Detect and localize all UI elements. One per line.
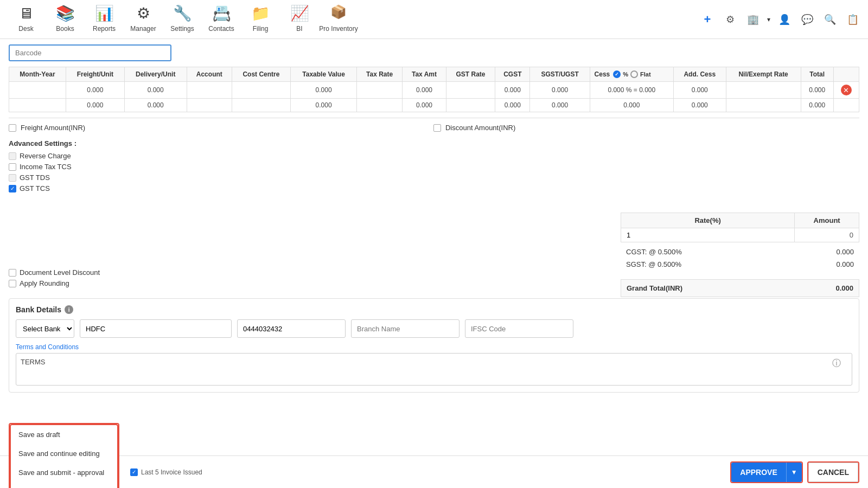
terms-label: Terms and Conditions [16,343,852,351]
col-freight: Freight/Unit [66,67,125,82]
rate-input[interactable] [627,231,789,239]
company-icon[interactable]: 🏢 [744,11,762,28]
col-cess: Cess % Flat [590,67,673,82]
col-nil-exempt: Nil/Exempt Rate [726,67,801,82]
grand-total-row: Grand Total(INR) 0.000 [621,279,859,297]
col-sgst: SGST/UGST [530,67,590,82]
save-continue-option[interactable]: Save and continue editing [11,444,117,463]
col-total: Total [801,67,833,82]
col-add-cess: Add. Cess [673,67,726,82]
cess-flat-radio[interactable] [630,70,638,78]
freight-checkbox[interactable] [9,124,16,132]
rate-table: Rate(%) Amount 0 [621,213,859,242]
col-tax-amt: Tax Amt [403,67,446,82]
cess-percent-radio[interactable] [613,70,621,78]
nav-contacts[interactable]: 📇 Contacts [202,0,241,39]
reverse-charge-row: Reverse Charge [9,152,859,160]
cancel-button[interactable]: CANCEL [808,463,858,482]
approve-button[interactable]: APPROVE [731,463,786,482]
freight-discount-row: Freight Amount(INR) Discount Amount(INR) [9,124,859,132]
save-submit-option[interactable]: Save and submit - approval [11,463,117,482]
bank-details-section: Bank Details i Select Bank Terms and Con… [9,298,859,393]
approve-wrapper: APPROVE ▼ [730,461,802,483]
clipboard-icon[interactable]: 📋 [844,11,861,28]
nav-right-actions: + ⚙ 🏢 ▾ 👤 💬 🔍 📋 [699,11,861,28]
bank-details-header: Bank Details i [16,305,852,314]
rate-section: Rate(%) Amount 0 CGST: @ 0.500% 0.000 SG… [621,213,859,297]
approve-arrow-button[interactable]: ▼ [786,463,802,482]
messages-icon[interactable]: 💬 [799,11,816,28]
nav-reports[interactable]: 📊 Reports [85,0,124,39]
nav-manager[interactable]: ⚙ Manager [124,0,163,39]
nav-pro-inventory[interactable]: 📦 Pro Inventory [319,0,358,39]
nav-desk[interactable]: 🖥 Desk [7,0,46,39]
table-row: 0.000 0.000 0.000 0.000 0.000 0.000 0.00… [9,99,859,112]
col-delivery: Delivery/Unit [124,67,187,82]
col-tax-rate: Tax Rate [356,67,402,82]
bank-info-icon[interactable]: i [65,305,73,314]
save-add-another-option[interactable]: Save and add another [11,482,117,489]
advanced-settings-label: Advanced Settings : [9,139,859,147]
nav-settings[interactable]: 🔧 Settings [163,0,202,39]
user-icon[interactable]: 👤 [776,11,793,28]
bank-name-input[interactable] [80,319,232,338]
discount-checkbox[interactable] [433,124,441,132]
search-icon[interactable]: 🔍 [821,11,839,28]
col-month-year: Month-Year [9,67,66,82]
rate-input-row: 0 [621,228,859,242]
gst-tds-checkbox [9,174,16,182]
save-as-draft-option[interactable]: Save as draft [11,425,117,444]
income-tax-tcs-row: Income Tax TCS [9,163,859,171]
bank-input-row: Select Bank [16,319,852,338]
branch-name-input[interactable] [351,319,459,338]
advanced-settings-section: Advanced Settings : Reverse Charge Incom… [9,139,859,192]
save-dropdown-menu: Save as draft Save and continue editing … [10,424,118,489]
toolbar-right: APPROVE ▼ CANCEL [730,461,859,483]
col-taxable-value: Taxable Value [291,67,357,82]
barcode-input[interactable] [9,44,171,61]
cgst-row: CGST: @ 0.500% 0.000 SGST: @ 0.500% 0.00… [621,242,859,274]
col-account: Account [187,67,232,82]
top-nav: 🖥 Desk 📚 Books 📊 Reports ⚙ Manager 🔧 Set… [0,0,868,39]
income-tax-tcs-checkbox[interactable] [9,163,16,171]
gst-tcs-row: GST TCS [9,184,859,192]
terms-box[interactable]: TERMS ⓘ [16,353,852,386]
select-bank-wrapper: Select Bank [16,319,74,338]
col-gst-rate: GST Rate [446,67,495,82]
last-invoice-row: Last 5 Invoice Issued [130,468,202,476]
doc-discount-checkbox[interactable] [9,269,16,277]
gst-tds-row: GST TDS [9,174,859,182]
dropdown-icon[interactable]: ▾ [767,16,770,23]
cancel-wrapper: CANCEL [807,461,859,483]
items-table: Month-Year Freight/Unit Delivery/Unit Ac… [9,67,859,112]
nav-books[interactable]: 📚 Books [46,0,85,39]
amount-col-header: Amount [795,213,859,228]
rate-col-header: Rate(%) [621,213,795,228]
reverse-charge-checkbox [9,152,16,160]
apply-rounding-checkbox[interactable] [9,280,16,287]
barcode-row [9,44,859,61]
ifsc-input[interactable] [465,319,573,338]
last-invoice-checkbox[interactable] [130,468,138,476]
col-cgst: CGST [495,67,530,82]
select-bank-dropdown[interactable]: Select Bank [16,319,74,338]
col-cost-centre: Cost Centre [232,67,290,82]
delete-row-button[interactable]: ✕ [841,85,852,95]
settings-icon[interactable]: ⚙ [722,11,739,28]
bottom-toolbar: Save as draft Save and continue editing … [0,455,868,488]
gst-tcs-checkbox[interactable] [9,185,16,192]
save-dropdown-wrapper: Save as draft Save and continue editing … [9,423,119,489]
add-icon[interactable]: + [699,11,716,28]
account-number-input[interactable] [237,319,346,338]
terms-info-icon[interactable]: ⓘ [832,358,841,369]
nav-filing[interactable]: 📁 Filing [241,0,280,39]
nav-bi[interactable]: 📈 BI [280,0,319,39]
table-row: 0.000 0.000 0.000 0.000 0.000 0.000 0.00… [9,82,859,99]
main-content: Month-Year Freight/Unit Delivery/Unit Ac… [0,39,868,488]
terms-section: Terms and Conditions TERMS ⓘ [16,343,852,386]
col-action [833,67,859,82]
